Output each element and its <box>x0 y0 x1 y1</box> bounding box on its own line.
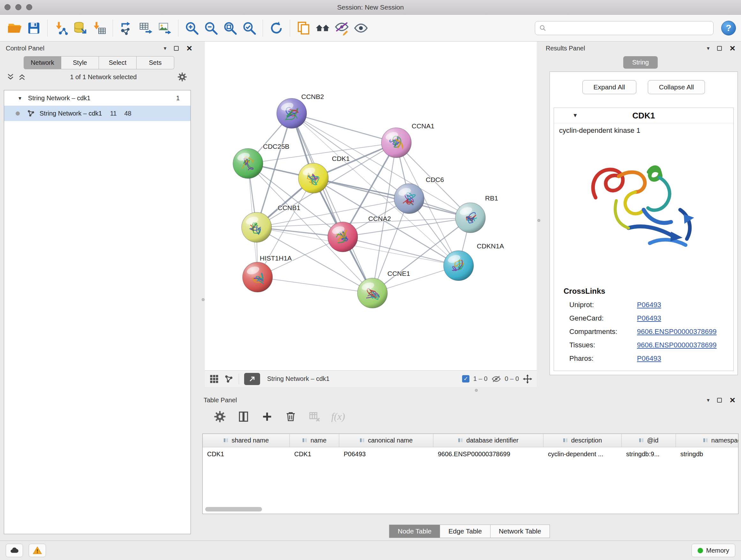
network-node-rb1[interactable] <box>455 203 485 233</box>
hide-graphics-details-button[interactable] <box>332 18 351 38</box>
tab-select[interactable]: Select <box>99 56 137 69</box>
export-table-button[interactable] <box>136 18 155 38</box>
memory-button[interactable]: Memory <box>691 544 735 557</box>
crosslink-link[interactable]: 9606.ENSP00000378699 <box>637 327 717 336</box>
gene-section-header[interactable]: ▼ CDK1 <box>554 108 733 123</box>
zoom-fit-button[interactable] <box>220 18 240 38</box>
float-panel-icon[interactable]: ▾ <box>164 45 166 52</box>
tab-string[interactable]: String <box>623 56 658 69</box>
expand-all-button[interactable]: Expand All <box>583 80 636 94</box>
tree-caret-icon[interactable]: ▼ <box>17 96 22 101</box>
export-image-button[interactable] <box>155 18 174 38</box>
tab-network[interactable]: Network <box>23 56 61 69</box>
cell-database-identifier[interactable]: 9606.ENSP00000378699 <box>433 450 543 458</box>
expand-all-networks-icon[interactable] <box>18 73 26 81</box>
crosslink-link[interactable]: 9606.ENSP00000378699 <box>637 341 717 349</box>
import-network-from-file-button[interactable] <box>51 18 71 38</box>
section-caret-icon[interactable]: ▼ <box>572 112 578 119</box>
column-header[interactable]: name <box>290 434 339 447</box>
crosslink-link[interactable]: P06493 <box>637 354 661 363</box>
maximize-panel-icon[interactable] <box>717 46 722 51</box>
birds-eye-view-icon[interactable] <box>209 374 219 384</box>
network-canvas[interactable]: CCNB2CCNA1CDC25BCDK1CDC6RB1CCNB1CCNA2CDK… <box>205 42 537 370</box>
column-header[interactable]: shared name <box>203 434 290 447</box>
cell-description[interactable]: cyclin-dependent ... <box>543 450 622 458</box>
maximize-panel-icon[interactable] <box>174 46 179 51</box>
column-header[interactable]: description <box>543 434 622 447</box>
network-node-ccnb1[interactable] <box>242 212 272 242</box>
tab-style[interactable]: Style <box>61 56 99 69</box>
zoom-out-button[interactable] <box>201 18 220 38</box>
network-node-ccnb2[interactable] <box>277 98 307 128</box>
annotation-panel-button[interactable] <box>294 18 313 38</box>
network-node-cdc25b[interactable] <box>233 148 263 179</box>
import-table-from-file-button[interactable] <box>90 18 109 38</box>
cell-canonical-name[interactable]: P06493 <box>339 450 433 458</box>
crosslink-link[interactable]: P06493 <box>637 314 661 322</box>
selected-checkbox-icon[interactable]: ✓ <box>462 375 469 382</box>
cell-shared-name[interactable]: CDK1 <box>203 450 290 458</box>
network-collection-row[interactable]: ▼ String Network – cdk1 1 <box>4 90 191 106</box>
network-node-cdc6[interactable] <box>394 184 424 213</box>
delete-column-trash-icon[interactable] <box>284 410 297 423</box>
crosslink-link[interactable]: P06493 <box>637 301 661 309</box>
zoom-window-icon[interactable] <box>26 4 32 10</box>
tab-edge-table[interactable]: Edge Table <box>440 524 490 538</box>
cell-name[interactable]: CDK1 <box>290 450 339 458</box>
apply-layout-button[interactable] <box>267 18 286 38</box>
close-window-icon[interactable] <box>4 4 10 10</box>
tab-node-table[interactable]: Node Table <box>389 524 440 538</box>
left-splitter-handle[interactable] <box>202 298 205 301</box>
network-row[interactable]: String Network – cdk1 11 48 <box>4 106 191 121</box>
tab-sets[interactable]: Sets <box>137 56 174 69</box>
save-session-button[interactable] <box>24 18 44 38</box>
horizontal-scrollbar[interactable] <box>205 507 736 512</box>
cell-namespace[interactable]: stringdb <box>676 450 738 458</box>
zoom-in-button[interactable] <box>182 18 201 38</box>
graphics-details-button[interactable] <box>351 18 370 38</box>
close-panel-icon[interactable]: × <box>730 396 735 404</box>
open-session-button[interactable] <box>5 18 24 38</box>
network-node-cdkn1a[interactable] <box>444 251 474 281</box>
show-columns-icon[interactable] <box>237 410 250 423</box>
cloud-button[interactable] <box>6 544 23 557</box>
minimize-window-icon[interactable] <box>15 4 21 10</box>
network-node-cdk1[interactable] <box>298 163 328 193</box>
import-network-from-database-button[interactable] <box>71 18 90 38</box>
fit-selected-crosshair-icon[interactable] <box>523 374 532 384</box>
cell-at-id[interactable]: stringdb:9... <box>622 450 676 458</box>
close-panel-icon[interactable]: × <box>186 44 192 52</box>
search-input[interactable] <box>549 24 710 32</box>
crosslink-row: GeneCard: P06493 <box>554 312 733 325</box>
create-column-plus-icon[interactable] <box>260 410 274 423</box>
string-home-button[interactable] <box>313 18 332 38</box>
help-button[interactable]: ? <box>721 21 736 36</box>
open-in-browser-button[interactable] <box>244 373 260 385</box>
column-header[interactable]: namespace <box>676 434 738 447</box>
network-share-icon[interactable] <box>224 374 233 384</box>
close-panel-icon[interactable]: × <box>730 44 735 52</box>
network-node-ccne1[interactable] <box>357 278 387 308</box>
warnings-button[interactable] <box>29 544 46 557</box>
network-graph[interactable]: CCNB2CCNA1CDC25BCDK1CDC6RB1CCNB1CCNA2CDK… <box>205 42 537 370</box>
new-network-from-selection-button[interactable] <box>117 18 136 38</box>
column-header[interactable]: database identifier <box>433 434 543 447</box>
right-splitter-handle[interactable] <box>537 219 540 222</box>
zoom-selected-button[interactable] <box>240 18 259 38</box>
network-node-ccna2[interactable] <box>328 222 358 252</box>
collapse-all-networks-icon[interactable] <box>6 73 15 81</box>
bottom-splitter-handle[interactable] <box>475 389 478 392</box>
network-options-gear-icon[interactable] <box>178 72 187 82</box>
float-panel-icon[interactable]: ▾ <box>707 45 710 52</box>
float-panel-icon[interactable]: ▾ <box>707 397 710 403</box>
column-header[interactable]: canonical name <box>339 434 433 447</box>
table-options-gear-icon[interactable] <box>213 410 226 423</box>
network-node-ccna1[interactable] <box>381 128 411 158</box>
table-row[interactable]: CDK1 CDK1 P06493 9606.ENSP00000378699 cy… <box>203 447 738 461</box>
maximize-panel-icon[interactable] <box>717 398 722 402</box>
collapse-all-button[interactable]: Collapse All <box>648 80 705 94</box>
column-header[interactable]: @id <box>622 434 676 447</box>
tab-network-table[interactable]: Network Table <box>490 524 550 538</box>
network-node-hist1h1a[interactable] <box>243 262 273 292</box>
scrollbar-thumb[interactable] <box>205 507 262 511</box>
